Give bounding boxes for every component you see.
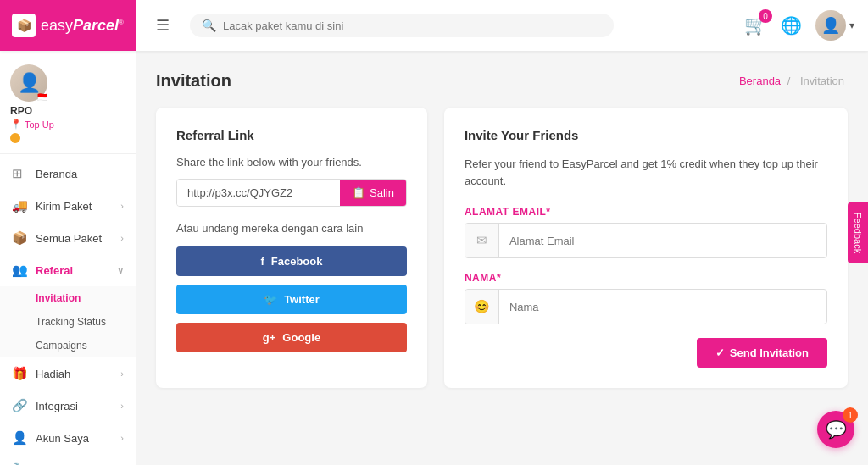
email-input[interactable] (499, 226, 826, 256)
chevron-right-icon: › (120, 433, 124, 443)
breadcrumb-current: Invitation (800, 75, 844, 87)
email-icon: ✉ (465, 224, 499, 257)
referral-link-input[interactable] (177, 180, 340, 206)
invite-card-title: Invite Your Friends (465, 128, 827, 142)
facebook-share-button[interactable]: f Facebook (176, 246, 407, 276)
sidebar-avatar: 👤 🇮🇩 (10, 64, 47, 102)
package-icon: 📦 (12, 230, 29, 246)
sidebar-item-tracking-status[interactable]: Tracking Status (0, 310, 136, 334)
twitter-icon: 🐦 (264, 293, 277, 306)
user-face-icon: 😊 (465, 290, 499, 324)
chat-icon: 💬 (826, 419, 847, 440)
referral-link-row: 📋 Salin (176, 179, 407, 207)
search-icon: 🔍 (202, 19, 216, 32)
chat-badge: 1 (843, 407, 858, 423)
user-menu[interactable]: 👤 ▾ (815, 10, 854, 41)
referal-submenu: Invitation Tracking Status Campaigns (0, 286, 136, 357)
cart-badge: 0 (759, 9, 772, 23)
app-header: 📦 easyParcel® ☰ 🔍 🛒 0 🌐 👤 ▾ (0, 0, 868, 51)
people-icon: 👥 (12, 263, 29, 278)
page-header: Invitation Beranda / Invitation (156, 71, 848, 91)
home-icon: ⊞ (12, 166, 29, 181)
language-button[interactable]: 🌐 (781, 15, 802, 36)
sidebar-user-section: 👤 🇮🇩 RPO 📍 Top Up (0, 51, 136, 154)
page-title: Invitation (156, 71, 231, 91)
app-body: 👤 🇮🇩 RPO 📍 Top Up ⊞ Beranda 🚚 Kirim Pake… (0, 51, 868, 465)
sidebar-item-integrasi[interactable]: 🔗 Integrasi › (0, 390, 136, 422)
chevron-down-icon: ▾ (849, 19, 854, 31)
sidebar-item-semua-paket[interactable]: 📦 Semua Paket › (0, 222, 136, 254)
topup-button[interactable]: 📍 Top Up (10, 119, 54, 130)
chat-bubble[interactable]: 💬 1 (817, 411, 854, 448)
referral-description: Share the link below with your friends. (176, 156, 407, 169)
sidebar-item-referal[interactable]: 👥 Referal ∨ (0, 254, 136, 286)
feedback-label: Feedback (853, 212, 863, 252)
copy-icon: 📋 (352, 186, 365, 199)
chevron-right-icon: › (120, 368, 124, 379)
search-bar: 🔍 (190, 14, 614, 37)
sidebar: 👤 🇮🇩 RPO 📍 Top Up ⊞ Beranda 🚚 Kirim Pake… (0, 51, 136, 465)
chevron-right-icon: › (120, 233, 124, 243)
avatar-image: 👤 (815, 10, 846, 41)
referral-card: Referral Link Share the link below with … (156, 108, 427, 388)
invite-description: Refer your friend to EasyParcel and get … (465, 156, 827, 189)
chevron-right-icon: › (120, 201, 124, 211)
cart-button[interactable]: 🛒 0 (744, 14, 767, 36)
invite-card: Invite Your Friends Refer your friend to… (444, 108, 848, 388)
name-input[interactable] (499, 292, 826, 322)
email-input-wrap: ✉ (465, 223, 827, 258)
sidebar-item-campaigns[interactable]: Campaigns (0, 334, 136, 357)
sidebar-nav: ⊞ Beranda 🚚 Kirim Paket › 📦 Semua Paket … (0, 158, 136, 465)
gift-icon: 🎁 (12, 366, 29, 381)
search-input[interactable] (223, 19, 602, 32)
header-actions: 🛒 0 🌐 👤 ▾ (744, 10, 854, 41)
logo-icon: 📦 (12, 14, 36, 37)
location-icon: 📍 (10, 119, 22, 130)
truck-icon: 🚚 (12, 198, 29, 213)
main-content: Invitation Beranda / Invitation Referral… (136, 51, 868, 465)
content-grid: Referral Link Share the link below with … (156, 108, 848, 388)
or-divider: Atau undang mereka dengan cara lain (176, 222, 407, 235)
feedback-tab[interactable]: Feedback (848, 202, 868, 263)
sidebar-username: RPO (10, 105, 32, 117)
chevron-right-icon: › (120, 401, 124, 411)
logo-text: easyParcel® (41, 17, 124, 35)
sidebar-item-invitation[interactable]: Invitation (0, 286, 136, 310)
google-icon: g+ (263, 331, 276, 344)
integration-icon: 🔗 (12, 398, 29, 413)
google-share-button[interactable]: g+ Google (176, 323, 407, 352)
breadcrumb: Beranda / Invitation (739, 75, 848, 87)
email-label: ALAMAT EMAIL* (465, 206, 827, 218)
avatar[interactable]: 👤 (815, 10, 846, 41)
send-btn-row: ✓ Send Invitation (465, 338, 827, 368)
sidebar-item-kirim-paket[interactable]: 🚚 Kirim Paket › (0, 190, 136, 222)
user-icon: 👤 (12, 430, 29, 446)
menu-button[interactable]: ☰ (149, 13, 176, 38)
referral-card-title: Referral Link (176, 128, 407, 142)
copy-link-button[interactable]: 📋 Salin (340, 180, 406, 206)
sidebar-item-pengaturan[interactable]: 🔧 Pengaturan › (0, 454, 136, 465)
sidebar-item-beranda[interactable]: ⊞ Beranda (0, 158, 136, 190)
chevron-down-icon: ∨ (117, 265, 124, 276)
facebook-icon: f (260, 255, 264, 268)
breadcrumb-home[interactable]: Beranda (739, 75, 781, 87)
twitter-share-button[interactable]: 🐦 Twitter (176, 285, 407, 314)
name-label: NAMA* (465, 272, 827, 284)
send-invitation-button[interactable]: ✓ Send Invitation (697, 338, 827, 368)
sidebar-item-akun-saya[interactable]: 👤 Akun Saya › (0, 422, 136, 454)
sidebar-item-hadiah[interactable]: 🎁 Hadiah › (0, 357, 136, 390)
coin-indicator (10, 133, 20, 143)
name-input-wrap: 😊 (465, 289, 827, 324)
check-icon: ✓ (715, 346, 725, 359)
logo: 📦 easyParcel® (0, 0, 136, 51)
